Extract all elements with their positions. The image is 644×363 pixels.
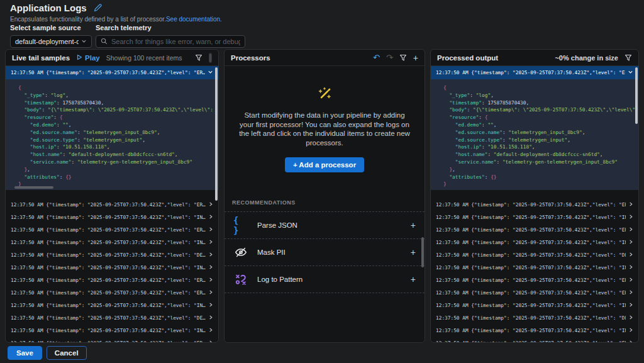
json-line: "timestamp": 1758785870430, (18, 99, 218, 107)
log-row[interactable]: 12:37:50 AM {"timestamp": "2025-09-25T07… (6, 299, 218, 311)
log-row-text: 12:37:50 AM {"timestamp": "2025-09-25T07… (11, 315, 206, 321)
log-row-text: 12:37:50 AM {"timestamp": "2025-09-25T07… (436, 277, 626, 283)
log-row[interactable]: 12:37:50 AM {"timestamp": "2025-09-25T07… (6, 223, 218, 236)
sample-source-dropdown[interactable]: default-deployment-db8 (10, 35, 92, 48)
pattern-icon (233, 272, 248, 286)
log-row-text: 12:37:50 AM {"timestamp": "2025-09-25T07… (436, 215, 626, 220)
log-row-text: 12:37:50 AM {"timestamp": "2025-09-25T07… (436, 265, 626, 271)
log-row[interactable]: 12:37:50 AM {"timestamp": "2025-09-25T07… (431, 249, 638, 261)
log-row[interactable]: 12:37:50 AM {"timestamp": "2025-09-25T07… (431, 311, 638, 324)
json-line: "ed.source.name": "telemetrygen_input_8b… (443, 129, 638, 137)
save-button[interactable]: Save (8, 346, 42, 360)
subtitle-text: Encapsulates functionality defined by a … (10, 16, 166, 23)
processors-header: Processors ↶ ↷ + (225, 50, 425, 66)
log-row-text: 12:37:50 AM {"timestamp": "2025-09-25T07… (11, 290, 206, 296)
filter-icon[interactable] (625, 54, 632, 62)
log-row[interactable]: 12:37:50 AM {"timestamp": "2025-09-25T07… (431, 286, 638, 299)
log-row[interactable]: 12:37:50 AM {"timestamp": "2025-09-25T07… (431, 236, 638, 249)
json-line: "_type": "log", (18, 92, 218, 99)
json-line: { (443, 84, 638, 92)
sample-source-value: default-deployment-db8 (15, 38, 79, 45)
chevron-right-icon (628, 226, 633, 233)
log-row[interactable]: 12:37:50 AM {"timestamp": "2025-09-25T07… (431, 211, 638, 223)
vertical-scrollbar[interactable] (215, 67, 218, 201)
log-row[interactable]: 12:37:50 AM {"timestamp": "2025-09-25T07… (431, 261, 638, 274)
json-line: "resource": { (18, 114, 218, 121)
processors-panel: Processors ↶ ↷ + (224, 49, 425, 343)
cancel-button[interactable]: Cancel (47, 346, 87, 360)
chevron-right-icon (208, 214, 213, 221)
processors-empty-state: Start modifying the data in your pipelin… (225, 85, 425, 172)
vertical-scrollbar[interactable] (635, 67, 638, 124)
chevron-right-icon (208, 264, 213, 271)
processed-output-header: Processed output ~0% change in size (431, 50, 638, 66)
recommendation-parse-json[interactable]: { } Parse JSON + (225, 212, 425, 239)
search-icon (101, 36, 108, 47)
json-line: "host.name": "default-deployment-db8dcfc… (443, 151, 638, 159)
add-recommendation-icon[interactable]: + (411, 247, 416, 257)
filter-icon[interactable] (399, 54, 407, 62)
json-line: "ed.demo": "", (18, 121, 218, 129)
log-row-text: 12:37:50 AM {"timestamp": "2025-09-25T07… (11, 202, 206, 208)
json-line: "ed.source.name": "telemetrygen_input_8b… (18, 129, 218, 137)
log-row[interactable]: 12:37:50 AM {"timestamp": "2025-09-25T07… (6, 337, 218, 343)
showing-items-label: Showing 100 recent items (106, 54, 182, 62)
recommendation-mask-pii[interactable]: Mask PII + (225, 239, 425, 266)
add-a-processor-button[interactable]: + Add a processor (285, 157, 364, 172)
undo-icon[interactable]: ↶ (373, 53, 380, 62)
chevron-right-icon (208, 289, 213, 296)
recommendation-name: Log to Pattern (257, 276, 303, 283)
chevron-right-icon (628, 327, 633, 334)
live-tail-panel: Live tail samples Play Showing 100 recen… (5, 49, 219, 343)
search-box (96, 35, 245, 48)
log-row[interactable]: 12:37:50 AM {"timestamp": "2025-09-25T07… (6, 236, 218, 249)
expanded-log-json[interactable]: { "_type": "log", "timestamp": 175878587… (6, 79, 218, 190)
log-row[interactable]: 12:37:50 AM {"timestamp": "2025-09-25T07… (6, 274, 218, 286)
log-row[interactable]: 12:37:50 AM {"timestamp": "2025-09-25T07… (6, 324, 218, 337)
chevron-right-icon (208, 226, 213, 233)
log-row[interactable]: 12:37:50 AM {"timestamp": "2025-09-25T07… (6, 211, 218, 223)
json-line: "ed.source.type": "telemetrygen_input", (443, 137, 638, 144)
sample-source-label: Select sample source (10, 24, 92, 31)
json-line: "body": "{\"timestamp\": \"2025-09-25T07… (18, 106, 218, 114)
vertical-scrollbar[interactable] (421, 237, 424, 267)
chevron-right-icon (628, 264, 633, 271)
log-row[interactable]: 12:37:50 AM {"timestamp": "2025-09-25T07… (431, 324, 638, 337)
title-row: Application Logs (10, 3, 102, 13)
add-processor-icon[interactable]: + (413, 53, 418, 62)
log-row-expanded[interactable]: 12:37:50 AM {"timestamp": "2025-09-25T07… (6, 66, 218, 79)
filter-icon[interactable] (195, 54, 203, 62)
json-line: "service.name": "telemetry-gen-telemetry… (18, 159, 218, 166)
live-tail-list: 12:37:50 AM {"timestamp": "2025-09-25T07… (6, 198, 218, 343)
search-input[interactable] (111, 38, 240, 45)
log-row[interactable]: 12:37:50 AM {"timestamp": "2025-09-25T07… (431, 299, 638, 311)
json-view-toggle[interactable]: {} (209, 53, 212, 62)
log-row[interactable]: 12:37:50 AM {"timestamp": "2025-09-25T07… (6, 311, 218, 324)
chevron-right-icon (628, 289, 633, 296)
log-row[interactable]: 12:37:50 AM {"timestamp": "2025-09-25T07… (6, 261, 218, 274)
log-row[interactable]: 12:37:50 AM {"timestamp": "2025-09-25T07… (431, 223, 638, 236)
recommendation-name: Parse JSON (257, 221, 297, 229)
add-recommendation-icon[interactable]: + (411, 274, 416, 284)
expanded-log-json[interactable]: { "_type": "log", "timestamp": 175878587… (431, 79, 638, 190)
recommendation-name: Mask PII (257, 249, 286, 256)
live-tail-header: Live tail samples Play Showing 100 recen… (6, 50, 218, 66)
log-row[interactable]: 12:37:50 AM {"timestamp": "2025-09-25T07… (431, 274, 638, 286)
log-row-expanded[interactable]: 12:37:50 AM {"timestamp": "2025-09-25T07… (431, 66, 638, 79)
processed-output-title: Processed output (437, 54, 498, 62)
add-recommendation-icon[interactable]: + (411, 220, 416, 230)
log-row[interactable]: 12:37:50 AM {"timestamp": "2025-09-25T07… (431, 337, 638, 343)
json-line: "host.ip": "10.51.158.118", (443, 143, 638, 151)
edit-title-icon[interactable] (94, 4, 102, 12)
recommendation-log-to-pattern[interactable]: Log to Pattern + (225, 266, 425, 293)
log-row[interactable]: 12:37:50 AM {"timestamp": "2025-09-25T07… (6, 198, 218, 211)
log-row[interactable]: 12:37:50 AM {"timestamp": "2025-09-25T07… (6, 286, 218, 299)
horizontal-scrollbar[interactable] (14, 186, 53, 189)
see-documentation-link[interactable]: See documentation. (166, 16, 222, 23)
json-line: "resource": { (443, 114, 638, 121)
log-row[interactable]: 12:37:50 AM {"timestamp": "2025-09-25T07… (6, 249, 218, 261)
play-button[interactable]: Play (76, 54, 100, 62)
log-row[interactable]: 12:37:50 AM {"timestamp": "2025-09-25T07… (431, 198, 638, 211)
redo-icon[interactable]: ↷ (386, 53, 393, 62)
chevron-down-icon (81, 38, 87, 45)
